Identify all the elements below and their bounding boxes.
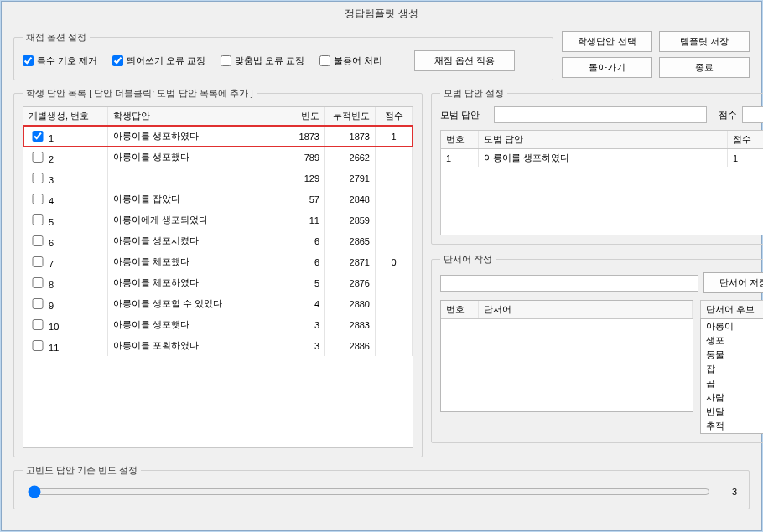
row-checkbox[interactable] (32, 235, 44, 246)
row-checkbox[interactable] (32, 298, 44, 309)
row-answer: 아롱이를 생포시켰다 (107, 230, 283, 251)
row-cum: 2859 (325, 209, 376, 230)
model-answer-table[interactable]: 번호 모범 답안 점수 1아롱이를 생포하였다1 (440, 130, 763, 235)
list-item[interactable]: 생포 (701, 333, 763, 348)
row-checkbox[interactable] (32, 194, 44, 204)
row-cum: 2883 (325, 314, 376, 335)
row-score (376, 314, 413, 335)
row-answer: 아롱이를 생포했다 (107, 147, 283, 168)
row-answer: 아롱이를 생포할 수 있었다 (107, 293, 283, 314)
freq-slider[interactable] (28, 485, 710, 498)
table-row[interactable]: 31292791 (23, 168, 413, 189)
opt-spacing[interactable]: 띄어쓰기 오류 교정 (112, 54, 205, 67)
row-freq: 789 (283, 147, 325, 168)
row-score (376, 272, 413, 293)
save-clue-button[interactable]: 단서어 저장 (703, 272, 763, 293)
row-checkbox[interactable] (32, 340, 44, 351)
list-item[interactable]: 반달 (701, 405, 763, 419)
table-row[interactable]: 7아롱이를 체포했다628710 (23, 251, 413, 272)
back-button[interactable]: 돌아가기 (562, 57, 652, 78)
model-col-ans[interactable]: 모범 답안 (478, 131, 728, 149)
list-item[interactable]: 사람 (701, 390, 763, 405)
row-freq: 57 (283, 189, 325, 209)
save-template-button[interactable]: 템플릿 저장 (659, 31, 750, 52)
col-score[interactable]: 점수 (376, 107, 413, 126)
row-checkbox[interactable] (32, 256, 44, 267)
select-student-answer-button[interactable]: 학생답안 선택 (562, 31, 652, 52)
row-cum: 1873 (325, 126, 376, 147)
table-row[interactable]: 6아롱이를 생포시켰다62865 (23, 230, 413, 251)
row-cum: 2871 (325, 251, 376, 272)
opt-stopword-checkbox[interactable] (319, 55, 330, 66)
list-item[interactable]: 아롱이 (701, 319, 763, 333)
table-row[interactable]: 1아롱이를 생포하였다187318731 (23, 126, 413, 147)
options-legend: 채점 옵션 설정 (23, 31, 90, 44)
model-answer-legend: 모범 답안 설정 (440, 87, 507, 100)
col-freq[interactable]: 빈도 (283, 107, 325, 126)
row-freq: 5 (283, 272, 325, 293)
row-answer: 아롱이를 체포했다 (107, 251, 283, 272)
model-col-no[interactable]: 번호 (441, 131, 478, 149)
list-item[interactable]: 잡 (701, 362, 763, 376)
row-cum: 2791 (325, 168, 376, 189)
model-col-score[interactable]: 점수 (728, 131, 764, 149)
clue-candidate-list[interactable]: 아롱이생포동물잡곱사람반달추적 (700, 318, 763, 434)
table-row[interactable]: 11아롱이를 포획하였다32886 (23, 335, 413, 356)
opt-stopword[interactable]: 불용어 처리 (319, 54, 382, 67)
col-gen-no[interactable]: 개별생성, 번호 (23, 107, 107, 126)
freq-value: 3 (720, 487, 737, 497)
row-cum: 2662 (325, 147, 376, 168)
row-checkbox[interactable] (32, 173, 44, 183)
row-answer: 아롱이를 잡았다 (107, 189, 283, 209)
row-freq: 3 (283, 335, 325, 356)
row-checkbox[interactable] (32, 277, 44, 288)
clue-candidate-header[interactable]: 단서어 후보 (700, 300, 763, 318)
exit-button[interactable]: 종료 (659, 57, 750, 78)
clue-col-word[interactable]: 단서어 (478, 301, 693, 319)
row-checkbox[interactable] (32, 319, 44, 330)
clue-input[interactable] (440, 275, 698, 292)
row-cum: 2876 (325, 272, 376, 293)
list-item[interactable]: 곱 (701, 376, 763, 390)
row-answer (107, 168, 283, 189)
row-cum: 2880 (325, 293, 376, 314)
table-row[interactable]: 5아롱이에게 생포되었다112859 (23, 209, 413, 230)
student-answer-table[interactable]: 개별생성, 번호 학생답안 빈도 누적빈도 점수 1아롱이를 생포하였다1873… (23, 106, 413, 448)
table-row[interactable]: 8아롱이를 체포하였다52876 (23, 272, 413, 293)
row-answer: 아롱이를 생포하였다 (107, 126, 283, 147)
apply-options-button[interactable]: 채점 옵션 적용 (414, 50, 515, 71)
opt-spelling[interactable]: 맞춤법 오류 교정 (221, 54, 304, 67)
opt-remove-special[interactable]: 특수 기호 제거 (23, 54, 97, 67)
row-freq: 3 (283, 314, 325, 335)
row-score (376, 189, 413, 209)
opt-remove-special-checkbox[interactable] (23, 55, 34, 66)
student-answer-list-group: 학생 답안 목록 [ 답안 더블클릭: 모범 답안 목록에 추가 ] 개별생성,… (13, 87, 423, 457)
row-checkbox[interactable] (32, 214, 44, 225)
col-cum[interactable]: 누적빈도 (325, 107, 376, 126)
row-checkbox[interactable] (32, 131, 44, 142)
model-score-input[interactable] (742, 106, 763, 123)
table-row[interactable]: 2아롱이를 생포했다7892662 (23, 147, 413, 168)
row-freq: 6 (283, 230, 325, 251)
row-score (376, 335, 413, 356)
student-list-legend: 학생 답안 목록 [ 답안 더블클릭: 모범 답안 목록에 추가 ] (23, 87, 257, 100)
col-answer[interactable]: 학생답안 (107, 107, 283, 126)
row-score: 0 (376, 251, 413, 272)
opt-spacing-checkbox[interactable] (112, 55, 123, 66)
row-freq: 129 (283, 168, 325, 189)
model-answer-input[interactable] (494, 106, 707, 123)
row-answer: 아롱이를 포획하였다 (107, 335, 283, 356)
row-score: 1 (376, 126, 413, 147)
row-checkbox[interactable] (32, 152, 44, 163)
opt-spelling-checkbox[interactable] (221, 55, 231, 66)
model-answer-group: 모범 답안 설정 모범 답안 점수 번호 모범 답안 (431, 87, 763, 245)
table-row[interactable]: 4아롱이를 잡았다572848 (23, 189, 413, 209)
table-row[interactable]: 9아롱이를 생포할 수 있었다42880 (23, 293, 413, 314)
list-item[interactable]: 동물 (701, 348, 763, 362)
row-freq: 11 (283, 209, 325, 230)
list-item[interactable]: 추적 (701, 419, 763, 433)
table-row[interactable]: 1아롱이를 생포하였다1 (441, 149, 763, 168)
table-row[interactable]: 10아롱이를 생포햇다32883 (23, 314, 413, 335)
clue-col-no[interactable]: 번호 (441, 301, 478, 319)
clue-table[interactable]: 번호 단서어 (440, 300, 693, 412)
